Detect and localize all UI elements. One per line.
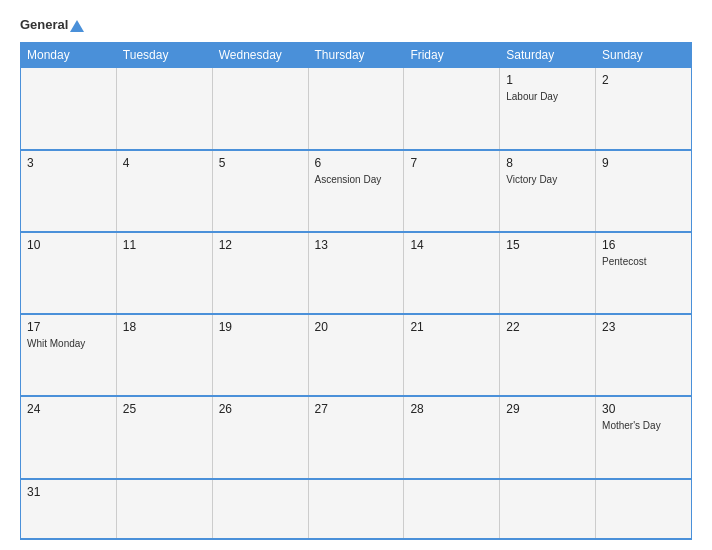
day-number: 2 [602, 73, 685, 87]
dow-header-friday: Friday [404, 43, 500, 68]
calendar-cell: 16Pentecost [596, 232, 692, 314]
calendar-cell: 7 [404, 150, 500, 232]
event-label: Whit Monday [27, 338, 85, 349]
dow-header-monday: Monday [21, 43, 117, 68]
day-number: 12 [219, 238, 302, 252]
dow-header-saturday: Saturday [500, 43, 596, 68]
calendar-cell: 8Victory Day [500, 150, 596, 232]
day-number: 26 [219, 402, 302, 416]
calendar-cell: 4 [116, 150, 212, 232]
calendar-cell: 30Mother's Day [596, 396, 692, 478]
event-label: Ascension Day [315, 174, 382, 185]
calendar-cell: 19 [212, 314, 308, 396]
calendar-table: MondayTuesdayWednesdayThursdayFridaySatu… [20, 42, 692, 540]
calendar-cell: 31 [21, 479, 117, 539]
day-number: 8 [506, 156, 589, 170]
week-row-4: 17Whit Monday181920212223 [21, 314, 692, 396]
logo-triangle-icon [70, 20, 84, 32]
calendar-cell: 29 [500, 396, 596, 478]
day-number: 29 [506, 402, 589, 416]
event-label: Victory Day [506, 174, 557, 185]
dow-header-sunday: Sunday [596, 43, 692, 68]
dow-header-tuesday: Tuesday [116, 43, 212, 68]
calendar-body: 1Labour Day23456Ascension Day78Victory D… [21, 68, 692, 539]
calendar-cell [404, 68, 500, 150]
day-number: 30 [602, 402, 685, 416]
calendar-cell: 26 [212, 396, 308, 478]
calendar-cell [500, 479, 596, 539]
event-label: Pentecost [602, 256, 646, 267]
day-number: 1 [506, 73, 589, 87]
calendar-cell: 12 [212, 232, 308, 314]
logo: General [20, 18, 84, 32]
calendar-cell: 6Ascension Day [308, 150, 404, 232]
week-row-6: 31 [21, 479, 692, 539]
day-number: 5 [219, 156, 302, 170]
calendar-cell: 17Whit Monday [21, 314, 117, 396]
dow-header-wednesday: Wednesday [212, 43, 308, 68]
calendar-cell [212, 68, 308, 150]
calendar-cell [116, 479, 212, 539]
calendar-cell: 22 [500, 314, 596, 396]
day-number: 22 [506, 320, 589, 334]
calendar-cell: 1Labour Day [500, 68, 596, 150]
day-number: 7 [410, 156, 493, 170]
calendar-cell: 5 [212, 150, 308, 232]
dow-header-thursday: Thursday [308, 43, 404, 68]
calendar-cell: 15 [500, 232, 596, 314]
day-number: 15 [506, 238, 589, 252]
calendar-cell: 18 [116, 314, 212, 396]
calendar-cell [404, 479, 500, 539]
calendar-header: General [20, 18, 692, 32]
day-number: 13 [315, 238, 398, 252]
day-number: 18 [123, 320, 206, 334]
calendar-cell [212, 479, 308, 539]
logo-general-text: General [20, 18, 84, 32]
calendar-header-row: MondayTuesdayWednesdayThursdayFridaySatu… [21, 43, 692, 68]
calendar-cell: 2 [596, 68, 692, 150]
day-number: 16 [602, 238, 685, 252]
day-number: 9 [602, 156, 685, 170]
event-label: Mother's Day [602, 420, 661, 431]
day-number: 17 [27, 320, 110, 334]
calendar-cell: 25 [116, 396, 212, 478]
day-number: 28 [410, 402, 493, 416]
day-number: 24 [27, 402, 110, 416]
event-label: Labour Day [506, 91, 558, 102]
day-number: 14 [410, 238, 493, 252]
calendar-cell [21, 68, 117, 150]
calendar-cell: 3 [21, 150, 117, 232]
calendar-cell: 20 [308, 314, 404, 396]
calendar-cell: 9 [596, 150, 692, 232]
calendar-cell [116, 68, 212, 150]
day-number: 27 [315, 402, 398, 416]
calendar-cell: 14 [404, 232, 500, 314]
day-number: 20 [315, 320, 398, 334]
day-number: 21 [410, 320, 493, 334]
day-number: 10 [27, 238, 110, 252]
day-number: 6 [315, 156, 398, 170]
day-number: 25 [123, 402, 206, 416]
calendar-cell: 23 [596, 314, 692, 396]
week-row-3: 10111213141516Pentecost [21, 232, 692, 314]
calendar-cell [308, 68, 404, 150]
day-number: 3 [27, 156, 110, 170]
week-row-2: 3456Ascension Day78Victory Day9 [21, 150, 692, 232]
calendar-cell: 13 [308, 232, 404, 314]
week-row-5: 24252627282930Mother's Day [21, 396, 692, 478]
calendar-cell: 10 [21, 232, 117, 314]
calendar-cell [596, 479, 692, 539]
calendar-cell: 11 [116, 232, 212, 314]
calendar-cell: 24 [21, 396, 117, 478]
day-number: 31 [27, 485, 110, 499]
calendar-cell [308, 479, 404, 539]
day-number: 11 [123, 238, 206, 252]
calendar-cell: 21 [404, 314, 500, 396]
calendar-page: General MondayTuesdayWednesdayThursdayFr… [0, 0, 712, 550]
day-number: 19 [219, 320, 302, 334]
day-number: 23 [602, 320, 685, 334]
calendar-cell: 28 [404, 396, 500, 478]
day-number: 4 [123, 156, 206, 170]
week-row-1: 1Labour Day2 [21, 68, 692, 150]
calendar-cell: 27 [308, 396, 404, 478]
